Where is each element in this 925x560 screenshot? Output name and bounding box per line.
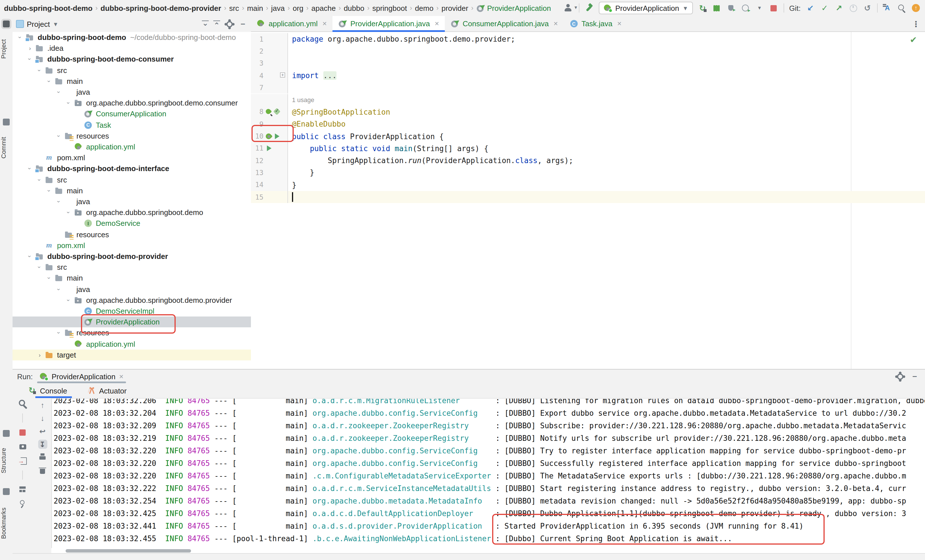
close-icon[interactable]: ✕ — [119, 373, 124, 379]
tree-row-main[interactable]: ›main — [12, 185, 251, 196]
git-history-icon[interactable] — [848, 3, 858, 12]
editor-gutter[interactable]: 11 — [251, 142, 288, 155]
chevron-down-icon[interactable]: › — [27, 253, 33, 259]
git-commit-icon[interactable] — [820, 3, 829, 12]
editor-tab-application.yml[interactable]: application.yml✕ — [251, 16, 333, 32]
editor-gutter[interactable]: 1 — [251, 33, 288, 45]
more-kebab-icon[interactable] — [911, 19, 920, 28]
editor-tab-ProviderApplication.java[interactable]: ProviderApplication.java✕ — [333, 16, 445, 32]
chevron-down-icon[interactable]: › — [66, 209, 72, 216]
stripe-commit-label[interactable]: Commit — [0, 130, 12, 166]
close-icon[interactable]: ✕ — [617, 21, 622, 27]
chevron-down-icon[interactable]: › — [36, 264, 43, 271]
code-text[interactable]: public static void main(String[] args) { — [288, 142, 925, 155]
editor-gutter[interactable] — [251, 94, 288, 106]
breadcrumb-item-src[interactable]: src — [229, 4, 239, 12]
options-gear-icon[interactable] — [225, 20, 234, 29]
translate-icon[interactable] — [883, 3, 892, 12]
tree-row-main[interactable]: ›main — [12, 76, 251, 87]
exit-icon[interactable] — [18, 456, 27, 465]
tree-row-ProviderApplication[interactable]: ProviderApplication — [12, 316, 251, 327]
user-caret-icon[interactable] — [565, 3, 574, 12]
chevron-down-icon[interactable]: › — [56, 199, 62, 205]
code-area[interactable]: ✔ 1package org.apache.dubbo.springboot.d… — [251, 32, 925, 369]
chevron-down-icon[interactable]: › — [66, 100, 72, 106]
editor-gutter[interactable]: 15 — [251, 191, 288, 203]
stripe-bookmarks-label[interactable]: Bookmarks — [0, 498, 12, 548]
chevron-down-icon[interactable]: › — [46, 78, 53, 84]
chevron-down-icon[interactable]: › — [36, 176, 43, 183]
editor-tab-ConsumerApplication.java[interactable]: ConsumerApplication.java✕ — [445, 16, 564, 32]
stop-icon[interactable] — [18, 428, 27, 437]
editor-gutter[interactable]: 7 — [251, 81, 288, 94]
settings-icon[interactable] — [18, 399, 27, 408]
editor-gutter[interactable]: 8 — [251, 106, 288, 118]
chevron-down-icon[interactable]: › — [17, 34, 23, 41]
chevron-down-icon[interactable]: › — [66, 297, 72, 303]
breadcrumb-item-apache[interactable]: apache — [311, 4, 336, 12]
git-update-icon[interactable] — [806, 3, 815, 12]
tree-row-target[interactable]: ›target — [12, 349, 251, 360]
breadcrumb-item-ProviderApplication[interactable]: ProviderApplication — [476, 4, 551, 12]
build-hammer-icon[interactable] — [585, 3, 594, 12]
code-text[interactable] — [288, 81, 925, 94]
chevron-down-icon[interactable]: › — [56, 286, 62, 292]
down-icon[interactable] — [38, 414, 47, 423]
minimize-icon[interactable] — [238, 20, 247, 29]
breadcrumb-item-dubbo-spring-boot-demo[interactable]: dubbo-spring-boot-demo — [4, 4, 93, 12]
bean-icon[interactable] — [266, 108, 273, 116]
commit-tool-icon[interactable] — [3, 119, 10, 125]
tree-row-Task[interactable]: Task — [12, 119, 251, 130]
code-text[interactable]: @EnableDubbo — [288, 118, 925, 130]
soft-wrap-icon[interactable] — [38, 426, 47, 436]
code-text[interactable] — [288, 57, 925, 69]
git-push-icon[interactable] — [834, 3, 844, 12]
tree-row-DemoServiceImpl[interactable]: DemoServiceImpl — [12, 306, 251, 316]
tree-row-pom.xml[interactable]: pom.xml — [12, 152, 251, 163]
editor-gutter[interactable]: 10 — [251, 130, 288, 143]
expand-all-icon[interactable] — [202, 20, 209, 28]
editor-gutter[interactable]: 3 — [251, 57, 288, 69]
breadcrumb-item-provider[interactable]: provider — [441, 4, 468, 12]
dropdown-caret-icon[interactable] — [755, 3, 764, 12]
tree-row-org.apache.dubbo.springboot.demo.consumer[interactable]: ›org.apache.dubbo.springboot.demo.consum… — [12, 98, 251, 108]
minimize-icon[interactable] — [910, 372, 919, 381]
stop-icon[interactable] — [769, 3, 779, 12]
tree-row-org.apache.dubbo.springboot.demo[interactable]: ›org.apache.dubbo.springboot.demo — [12, 207, 251, 218]
print-icon[interactable] — [38, 453, 47, 462]
tree-row-resources[interactable]: resources — [12, 229, 251, 240]
close-icon[interactable]: ✕ — [553, 21, 558, 27]
chevron-down-icon[interactable]: › — [46, 275, 53, 282]
code-text[interactable]: 1 usage — [288, 94, 925, 106]
chevron-down-icon[interactable]: › — [27, 166, 33, 172]
check-icon[interactable] — [274, 108, 280, 116]
tree-row-src[interactable]: ›src — [12, 174, 251, 185]
coverage-icon[interactable] — [726, 3, 736, 12]
options-gear-icon[interactable] — [895, 372, 904, 381]
fold-plus-icon[interactable]: + — [280, 72, 285, 78]
code-text[interactable]: @SpringBootApplication — [288, 106, 925, 118]
chevron-right-icon[interactable]: › — [27, 45, 33, 52]
close-icon[interactable]: ✕ — [435, 21, 439, 27]
console-output[interactable]: 2023-02-08 18:03:32.206 INFO 84765 --- [… — [51, 398, 925, 548]
tree-row-ConsumerApplication[interactable]: ConsumerApplication — [12, 108, 251, 119]
breadcrumb-item-dubbo[interactable]: dubbo — [343, 4, 364, 12]
code-text[interactable] — [288, 45, 925, 57]
scrollbar-thumb[interactable] — [66, 549, 191, 552]
tree-row-dubbo-spring-boot-demo-interface[interactable]: ›dubbo-spring-boot-demo-interface — [12, 163, 251, 174]
chevron-down-icon[interactable]: › — [56, 89, 62, 95]
code-text[interactable]: SpringApplication.run(ProviderApplicatio… — [288, 155, 925, 167]
chevron-down-icon[interactable]: › — [27, 56, 33, 62]
breadcrumb-item-demo[interactable]: demo — [415, 4, 434, 12]
stripe-project-label[interactable]: Project — [0, 32, 12, 66]
tree-row-java[interactable]: ›java — [12, 196, 251, 207]
chevron-down-icon[interactable]: › — [46, 188, 53, 194]
editor-gutter[interactable]: 13 — [251, 167, 288, 179]
chevron-right-icon[interactable]: › — [36, 352, 43, 358]
pin-icon[interactable] — [18, 499, 27, 508]
editor-tab-Task.java[interactable]: Task.java✕ — [564, 16, 627, 32]
scroll-end-icon[interactable] — [38, 440, 47, 449]
boot-icon[interactable] — [266, 133, 273, 140]
tree-row-application.yml[interactable]: application.yml — [12, 339, 251, 349]
code-text[interactable]: } — [288, 179, 925, 191]
